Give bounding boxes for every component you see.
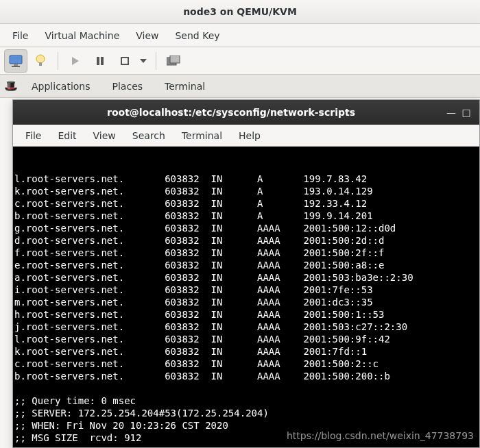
- terminal-window: root@localhost:/etc/sysconfig/network-sc…: [12, 99, 480, 448]
- dns-record-line: e.root-servers.net. 603832 IN AAAA 2001:…: [14, 259, 479, 271]
- dns-record-line: k.root-servers.net. 603832 IN A 193.0.14…: [14, 185, 479, 197]
- vm-menu-bar: File Virtual Machine View Send Key: [0, 24, 480, 47]
- dns-record-line: b.root-servers.net. 603832 IN AAAA 2001:…: [14, 370, 479, 382]
- dns-record-line: m.root-servers.net. 603832 IN AAAA 2001:…: [14, 296, 479, 308]
- lightbulb-icon: [36, 54, 45, 68]
- terminal-menu-edit[interactable]: Edit: [49, 127, 84, 145]
- blank-line: [14, 444, 479, 447]
- dig-footer-line: ;; WHEN: Fri Nov 20 10:23:26 CST 2020: [14, 419, 479, 432]
- desktop-terminal[interactable]: Terminal: [155, 78, 215, 95]
- vm-menu-send-key[interactable]: Send Key: [167, 26, 228, 45]
- dns-record-line: f.root-servers.net. 603832 IN AAAA 2001:…: [14, 247, 479, 259]
- svg-point-3: [36, 55, 45, 63]
- desktop-places[interactable]: Places: [103, 78, 153, 95]
- terminal-menu-search[interactable]: Search: [124, 127, 173, 145]
- dns-record-line: k.root-servers.net. 603832 IN AAAA 2001:…: [14, 345, 479, 358]
- svg-rect-11: [170, 55, 180, 63]
- pause-icon: [95, 56, 105, 66]
- terminal-menu-terminal[interactable]: Terminal: [173, 127, 230, 145]
- power-icon: [119, 55, 130, 66]
- vm-title-bar: node3 on QEMU/KVM: [0, 0, 480, 24]
- dns-record-line: d.root-servers.net. 603832 IN AAAA 2001:…: [14, 234, 479, 247]
- dns-record-line: b.root-servers.net. 603832 IN A 199.9.14…: [14, 210, 479, 222]
- monitor-icon: [9, 55, 23, 67]
- pause-button[interactable]: [88, 49, 112, 73]
- toolbar-separator-2: [156, 52, 156, 70]
- svg-rect-4: [39, 62, 42, 66]
- shutdown-dropdown[interactable]: [113, 49, 150, 73]
- vm-menu-view[interactable]: View: [128, 26, 167, 45]
- dns-record-line: l.root-servers.net. 603832 IN A 199.7.83…: [14, 173, 479, 185]
- fullscreen-button[interactable]: [162, 49, 185, 73]
- vm-toolbar: [0, 47, 480, 75]
- terminal-menu-help[interactable]: Help: [230, 127, 269, 145]
- terminal-menu-file[interactable]: File: [17, 127, 49, 145]
- vm-title: node3 on QEMU/KVM: [183, 6, 297, 17]
- redhat-icon: 🎩: [4, 79, 18, 92]
- svg-rect-2: [12, 66, 20, 67]
- console-button[interactable]: [4, 49, 27, 73]
- svg-marker-5: [72, 57, 79, 65]
- dig-footer-line: ;; MSG SIZE rcvd: 912: [14, 432, 479, 444]
- dig-footer-line: ;; SERVER: 172.25.254.204#53(172.25.254.…: [14, 407, 479, 419]
- terminal-output[interactable]: l.root-servers.net. 603832 IN A 199.7.83…: [13, 147, 479, 447]
- chevron-down-icon: [140, 59, 147, 63]
- terminal-menu-bar: File Edit View Search Terminal Help: [13, 125, 479, 147]
- svg-rect-8: [121, 58, 128, 64]
- dns-record-line: g.root-servers.net. 603832 IN AAAA 2001:…: [14, 222, 479, 234]
- vm-menu-virtual-machine[interactable]: Virtual Machine: [36, 26, 128, 45]
- svg-rect-0: [10, 55, 22, 64]
- svg-rect-7: [101, 57, 104, 65]
- vm-menu-file[interactable]: File: [4, 26, 36, 45]
- dns-record-line: c.root-servers.net. 603832 IN A 192.33.4…: [14, 197, 479, 210]
- terminal-title-bar[interactable]: root@localhost:/etc/sysconfig/network-sc…: [13, 100, 479, 125]
- svg-rect-6: [97, 57, 99, 65]
- dig-footer-line: ;; Query time: 0 msec: [14, 395, 479, 407]
- minimize-button[interactable]: —: [444, 105, 459, 120]
- terminal-menu-view[interactable]: View: [85, 127, 124, 145]
- desktop-applications[interactable]: Applications: [22, 78, 100, 95]
- toolbar-separator: [58, 52, 58, 70]
- details-button[interactable]: [29, 49, 52, 73]
- fullscreen-icon: [167, 55, 180, 66]
- maximize-button[interactable]: □: [459, 105, 474, 120]
- dns-record-line: c.root-servers.net. 603832 IN AAAA 2001:…: [14, 358, 479, 370]
- guest-desktop-bar: 🎩 Applications Places Terminal: [0, 75, 480, 98]
- blank-line: [14, 382, 479, 395]
- dns-record-line: l.root-servers.net. 603832 IN AAAA 2001:…: [14, 333, 479, 345]
- dns-record-line: a.root-servers.net. 603832 IN AAAA 2001:…: [14, 271, 479, 284]
- dns-record-line: h.root-servers.net. 603832 IN AAAA 2001:…: [14, 308, 479, 321]
- svg-marker-9: [140, 59, 147, 63]
- svg-rect-1: [14, 64, 18, 66]
- dns-record-line: j.root-servers.net. 603832 IN AAAA 2001:…: [14, 321, 479, 333]
- dns-record-line: i.root-servers.net. 603832 IN AAAA 2001:…: [14, 284, 479, 296]
- terminal-title: root@localhost:/etc/sysconfig/network-sc…: [19, 107, 444, 118]
- run-button: [64, 49, 87, 73]
- play-icon: [71, 56, 80, 66]
